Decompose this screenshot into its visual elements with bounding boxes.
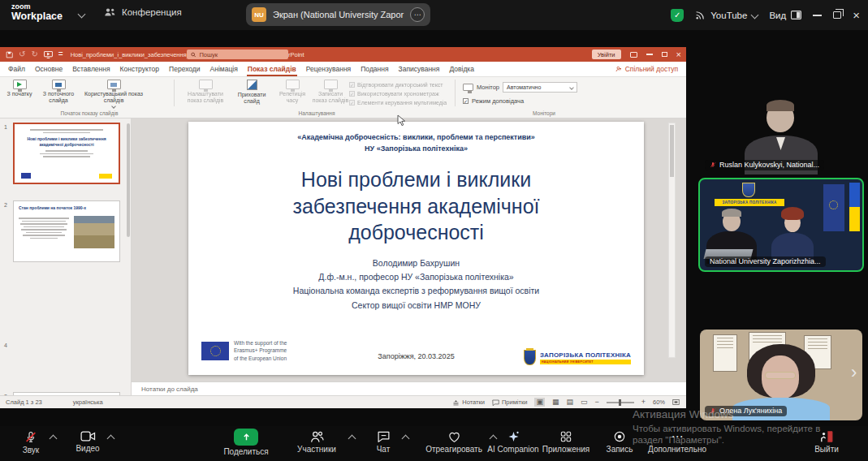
zoom-bottom-toolbar: Звук Видео Поделиться Участники 757 Чат … bbox=[0, 426, 868, 461]
undo-icon[interactable]: ↺ bbox=[19, 50, 25, 58]
media-controls-label: Елементи керування мультимедіа bbox=[357, 100, 447, 106]
share-screen-button[interactable]: Поделиться bbox=[219, 429, 273, 456]
zoom-in-button[interactable]: + bbox=[641, 399, 646, 406]
leave-button[interactable]: Выйти bbox=[802, 430, 851, 454]
window-close-button[interactable]: × bbox=[853, 9, 860, 21]
ppt-minimize-button[interactable] bbox=[646, 54, 653, 55]
setup-slideshow-label: Налаштувати показ слайдів bbox=[184, 91, 227, 104]
tab-home[interactable]: Основне bbox=[30, 62, 67, 76]
tab-review[interactable]: Рецензування bbox=[301, 62, 356, 76]
video-tile-ruslan[interactable]: Ruslan Kulykovskyi, National... bbox=[700, 85, 862, 174]
participants-options-chevron-icon[interactable] bbox=[348, 435, 356, 443]
current-slide[interactable]: «Академічна доброчесність: виклики, проб… bbox=[188, 122, 644, 375]
chat-options-chevron-icon[interactable] bbox=[402, 435, 410, 443]
custom-slideshow-icon bbox=[107, 80, 121, 89]
video-tile-university[interactable]: ЗАПОРІЗЬКА ПОЛІТЕХНІКА National Universi… bbox=[698, 178, 864, 272]
from-current-slide-button[interactable]: З поточного слайда bbox=[37, 80, 80, 104]
video-options-chevron-icon[interactable] bbox=[107, 435, 115, 443]
slide-sorter-view-button[interactable]: ▦ bbox=[552, 399, 559, 406]
video-tile-olena[interactable]: Олена Лук'янихіна bbox=[700, 330, 862, 420]
slide-counter: Слайд 1 з 23 bbox=[6, 399, 42, 406]
comments-toggle-label: Примітки bbox=[502, 399, 527, 406]
presenter-checkbox[interactable]: ✓ bbox=[463, 98, 469, 104]
slide-thumbnail-2[interactable]: Стан проблеми на початок 1990-х bbox=[13, 200, 120, 262]
thumb2-photo bbox=[74, 216, 114, 248]
video-button[interactable]: Видео bbox=[70, 430, 106, 453]
notes-toggle-label: Нотатки bbox=[462, 399, 485, 406]
participants-button[interactable]: Участники bbox=[288, 430, 345, 454]
audio-options-chevron-icon[interactable] bbox=[50, 435, 58, 443]
apps-icon bbox=[559, 430, 572, 443]
tab-screen-share[interactable]: NU Экран (National University Zapor ⋯ bbox=[246, 3, 430, 26]
live-stream-button[interactable]: YouTube bbox=[695, 10, 758, 20]
tab-meeting[interactable]: Конференция bbox=[104, 7, 182, 17]
ppt-restore-button[interactable] bbox=[662, 52, 667, 57]
comments-toggle-button[interactable]: Примітки bbox=[492, 399, 527, 406]
record-button[interactable]: Запись bbox=[595, 430, 644, 454]
slide-thumbnail-1[interactable]: Нові проблеми і виклики забезпечення ака… bbox=[13, 123, 120, 184]
presenter-mode-row[interactable]: ✓ Режим доповідача bbox=[463, 97, 524, 105]
monitor-dropdown[interactable]: Автоматично bbox=[503, 82, 577, 93]
view-button[interactable]: Вид bbox=[769, 11, 801, 20]
more-button[interactable]: ⋯ Дополнительно bbox=[644, 430, 710, 454]
university-logo-subtitle: НАЦІОНАЛЬНИЙ УНІВЕРСИТЕТ bbox=[540, 360, 631, 364]
slideshow-view-button[interactable]: ▭ bbox=[581, 399, 588, 406]
ppt-close-button[interactable]: × bbox=[676, 50, 681, 59]
tab-help[interactable]: Довідка bbox=[444, 62, 479, 76]
more-icon: ⋯ bbox=[672, 430, 684, 443]
notes-toggle-button[interactable]: Нотатки bbox=[452, 399, 485, 406]
record-slideshow-button: Записати показ слайдів bbox=[312, 80, 349, 104]
sign-in-button[interactable]: Увійти bbox=[592, 50, 621, 59]
zoom-slider[interactable] bbox=[607, 402, 634, 403]
hide-slide-button[interactable]: Приховати слайд bbox=[232, 80, 271, 105]
tab-more-icon[interactable]: ⋯ bbox=[410, 7, 425, 22]
zoom-out-button[interactable]: − bbox=[594, 399, 598, 406]
zoom-percentage[interactable]: 60% bbox=[653, 399, 665, 406]
normal-view-button[interactable]: ▣ bbox=[534, 398, 545, 407]
from-beginning-button[interactable]: З початку bbox=[5, 80, 34, 97]
slideshow-icon[interactable] bbox=[44, 51, 53, 58]
security-shield-icon[interactable]: ✓ bbox=[671, 9, 684, 22]
tab-recording[interactable]: Записування bbox=[394, 62, 445, 76]
qat-customize-icon[interactable]: = bbox=[58, 50, 63, 58]
search-input[interactable] bbox=[199, 51, 284, 58]
notes-pane[interactable]: Нотатки до слайда bbox=[132, 381, 686, 395]
media-controls-checkbox: ✓ bbox=[349, 100, 355, 106]
tab-view[interactable]: Подання bbox=[356, 62, 393, 76]
ppt-main-area: 1 Нові проблеми і виклики забезпечення а… bbox=[0, 118, 686, 395]
chat-button[interactable]: Чат bbox=[365, 430, 401, 454]
ribbon-display-options-icon[interactable] bbox=[630, 52, 637, 58]
reading-view-button[interactable]: ▤ bbox=[566, 399, 573, 406]
window-minimize-button[interactable] bbox=[813, 15, 822, 16]
language-indicator[interactable]: українська bbox=[73, 399, 103, 406]
tab-file[interactable]: Файл bbox=[3, 62, 30, 76]
setup-slideshow-button: Налаштувати показ слайдів bbox=[184, 80, 227, 104]
meeting-tab-label: Конференция bbox=[122, 7, 182, 17]
window-restore-button[interactable] bbox=[833, 11, 841, 19]
redo-icon[interactable]: ↻ bbox=[31, 50, 37, 58]
apps-button[interactable]: Приложения bbox=[538, 430, 594, 454]
audio-label: Звук bbox=[23, 446, 40, 455]
thumbnail-scrollbar[interactable] bbox=[127, 123, 130, 237]
tab-animations[interactable]: Анімація bbox=[205, 62, 243, 76]
from-current-slide-icon bbox=[52, 80, 66, 89]
tab-slideshow[interactable]: Показ слайдів bbox=[243, 62, 301, 76]
ppt-search-box[interactable] bbox=[187, 50, 288, 59]
participants-label: Участники bbox=[297, 445, 336, 454]
workspace-chevron-icon[interactable] bbox=[78, 11, 86, 19]
audio-button[interactable]: Звук bbox=[13, 430, 49, 455]
video-label: Видео bbox=[76, 444, 99, 453]
zoom-top-bar: zoom Workplace Конференция NU Экран (Nat… bbox=[0, 0, 868, 30]
tab-insert[interactable]: Вставлення bbox=[67, 62, 114, 76]
next-videos-button[interactable]: › bbox=[851, 364, 857, 381]
fit-to-window-icon[interactable] bbox=[672, 399, 680, 406]
canvas-scrollbar[interactable] bbox=[668, 123, 676, 358]
tab-transitions[interactable]: Переходи bbox=[164, 62, 205, 76]
react-label: Отреагировать bbox=[425, 445, 482, 454]
custom-slideshow-button[interactable]: Користувацький показ слайдів bbox=[84, 80, 143, 108]
tab-design[interactable]: Конструктор bbox=[115, 62, 164, 76]
speaker1-hair bbox=[722, 209, 741, 217]
save-icon[interactable] bbox=[6, 51, 13, 58]
share-access-button[interactable]: Спільний доступ bbox=[615, 65, 678, 73]
slide-canvas[interactable]: «Академічна доброчесність: виклики, проб… bbox=[132, 118, 686, 381]
